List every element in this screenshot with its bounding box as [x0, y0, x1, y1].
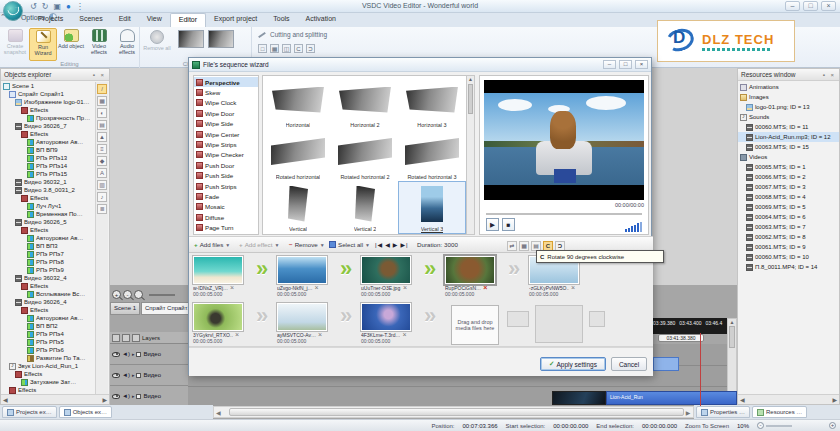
- tool-icon[interactable]: ▲: [97, 132, 107, 142]
- remove-button[interactable]: − Remove ▼: [289, 241, 325, 248]
- object-tree-item[interactable]: Видео 3.8_0031_2: [1, 186, 95, 194]
- object-tree-item[interactable]: Временная По…: [1, 210, 95, 218]
- resource-tree-item[interactable]: П.8_0011.MP4; ID = 14: [738, 262, 839, 272]
- close-button[interactable]: ×: [821, 1, 836, 11]
- object-tree-item[interactable]: ВП ВП2: [1, 322, 95, 330]
- transition-list-item[interactable]: Push Side: [194, 171, 258, 181]
- transition-list-item[interactable]: Mosaic: [194, 202, 258, 212]
- object-tree-item[interactable]: Луч Луч1: [1, 202, 95, 210]
- step-back-icon[interactable]: ◀: [385, 241, 391, 248]
- more-icon[interactable]: ⋮: [76, 2, 84, 11]
- zoom-to-screen-label[interactable]: Zoom To Screen: [685, 423, 729, 429]
- remove-file-icon[interactable]: ×: [315, 285, 319, 291]
- split-icon[interactable]: ▦: [270, 44, 279, 53]
- transition-arrow-icon[interactable]: »: [249, 256, 275, 282]
- visibility-eye-icon[interactable]: [112, 394, 120, 399]
- ribbon-button[interactable]: Create snapshot: [1, 28, 29, 61]
- object-tree-item[interactable]: Effects: [1, 306, 95, 314]
- maximize-button[interactable]: □: [803, 1, 818, 11]
- object-tree-item[interactable]: Видео 36026_5: [1, 218, 95, 226]
- resource-tree-item[interactable]: 00063.MTS; ID = 7: [738, 222, 839, 232]
- transition-list-item[interactable]: Wipe Center: [194, 129, 258, 139]
- menu-item[interactable]: Export project: [206, 13, 265, 27]
- resource-tree-item[interactable]: 00064.MTS; ID = 6: [738, 212, 839, 222]
- file-thumbnail[interactable]: [445, 256, 495, 284]
- timeline-row-header[interactable]: ◄) ▸ Видео: [110, 344, 188, 365]
- object-tree-item[interactable]: Effects: [1, 194, 95, 202]
- transition-thumbnail[interactable]: Rotated horizontal: [265, 130, 331, 181]
- transition-thumbnail[interactable]: Rotated horizontal 3: [399, 130, 465, 181]
- object-tree-item[interactable]: Видео 36032_4: [1, 274, 95, 282]
- tool-icon[interactable]: ▤: [97, 120, 107, 130]
- file-thumbnail[interactable]: [193, 303, 243, 331]
- object-tree-item[interactable]: Видео 36032_1: [1, 178, 95, 186]
- object-tree-item[interactable]: Спрайт Спрайт1: [1, 90, 95, 98]
- panel-pin-close-icons[interactable]: ▪ ×: [823, 72, 836, 78]
- skip-start-icon[interactable]: |◀: [375, 241, 383, 248]
- object-tree-item[interactable]: ВП ВП9: [1, 146, 95, 154]
- crop-icon[interactable]: □: [258, 44, 267, 53]
- transition-list-item[interactable]: Wipe Door: [194, 108, 258, 118]
- trim-icon[interactable]: ◫: [282, 44, 291, 53]
- zoom-out-icon[interactable]: -: [123, 290, 132, 299]
- object-tree-item[interactable]: Видео 36026_4: [1, 298, 95, 306]
- remove-all-button[interactable]: Remove all: [142, 28, 172, 51]
- menu-item[interactable]: Scenes: [71, 13, 110, 27]
- layer-checkbox[interactable]: [136, 352, 141, 357]
- scene-thumb-button-2[interactable]: [208, 30, 234, 48]
- timeline-row-header[interactable]: ◄) ▸ Видео: [110, 365, 188, 386]
- strip-file-cell[interactable]: RupPOCiGsN… × 00:00:05.000 »: [445, 256, 529, 297]
- scene-tab[interactable]: Scene 1: [110, 302, 140, 315]
- image-icon[interactable]: ▦: [519, 241, 529, 251]
- layer-checkbox[interactable]: [136, 394, 141, 399]
- resource-tree-item[interactable]: 00062.MTS; ID = 8: [738, 232, 839, 242]
- resource-tree-item[interactable]: 00066.MTS; ID = 2: [738, 172, 839, 182]
- transition-thumbnail[interactable]: Horizontal: [265, 78, 331, 129]
- tool-icon[interactable]: ▥: [97, 180, 107, 190]
- rotate-left-icon[interactable]: C: [294, 44, 303, 53]
- file-thumbnail[interactable]: [361, 256, 411, 284]
- object-tree-item[interactable]: Прозрачность Пр…: [1, 114, 95, 122]
- transition-thumbnail[interactable]: Vertical 3: [399, 182, 465, 233]
- preview-seek-bar[interactable]: [486, 213, 642, 215]
- save-icon[interactable]: ▣: [53, 2, 61, 11]
- object-tree-item[interactable]: Всплывание Вс…: [1, 290, 95, 298]
- remove-file-icon[interactable]: ×: [403, 285, 407, 291]
- expand-icon[interactable]: ▸: [132, 351, 135, 357]
- resource-tree-item[interactable]: 00065.MTS; ID = 1: [738, 162, 839, 172]
- transition-arrow-icon[interactable]: »: [417, 256, 443, 282]
- object-tree-item[interactable]: РПэ РПэ14: [1, 162, 95, 170]
- menu-item[interactable]: View: [139, 13, 170, 27]
- panel-tab[interactable]: Resources …: [752, 406, 807, 418]
- resource-tree-item[interactable]: 00067.MTS; ID = 3: [738, 182, 839, 192]
- dialog-close-button[interactable]: ×: [635, 60, 648, 69]
- text-tool-icon[interactable]: A: [97, 168, 107, 178]
- object-tree-item[interactable]: Автоуровни Ав…: [1, 234, 95, 242]
- transition-list-item[interactable]: Wipe Side: [194, 119, 258, 129]
- strip-file-cell[interactable]: uZvgo-NkfN_j… × 00:00:05.000 »: [277, 256, 361, 297]
- menu-item[interactable]: Projects: [30, 13, 71, 27]
- transition-arrow-icon[interactable]: »: [333, 303, 359, 329]
- object-tree-item[interactable]: Scene 1: [1, 82, 95, 90]
- object-tree-item[interactable]: РПэ РПэ4: [1, 330, 95, 338]
- object-tree-item[interactable]: Effects: [1, 106, 95, 114]
- speaker-icon[interactable]: ◄): [122, 393, 130, 399]
- timeline-zoom-slider[interactable]: [149, 294, 175, 296]
- object-tree-item[interactable]: Автоуровни Ав…: [1, 138, 95, 146]
- zoom-slider[interactable]: -: [757, 422, 792, 429]
- visibility-eye-icon[interactable]: [112, 373, 120, 378]
- transition-list-item[interactable]: Wipe Strips: [194, 139, 258, 149]
- timeline-row-header[interactable]: ◄) ▸ Видео: [110, 386, 188, 407]
- expand-icon[interactable]: ▸: [132, 393, 135, 399]
- object-tree-item[interactable]: РПэ РПэ8: [1, 258, 95, 266]
- zoom-out-icon[interactable]: -: [757, 422, 764, 429]
- strip-file-cell[interactable]: 4F3KLme-T.3rd… × 00:00:05.000 »: [361, 303, 445, 344]
- resource-tree-item[interactable]: logo-01.png; ID = 13: [738, 102, 839, 112]
- file-thumbnail[interactable]: [277, 256, 327, 284]
- apply-settings-button[interactable]: ✓ Apply settings: [540, 357, 606, 371]
- dialog-minimize-button[interactable]: –: [603, 60, 616, 69]
- dialog-title-bar[interactable]: File's sequence wizard – □ ×: [189, 58, 651, 72]
- volume-meter[interactable]: [625, 222, 642, 232]
- zoom-in-icon[interactable]: +: [829, 422, 836, 429]
- layer-tool-icon[interactable]: [112, 334, 120, 342]
